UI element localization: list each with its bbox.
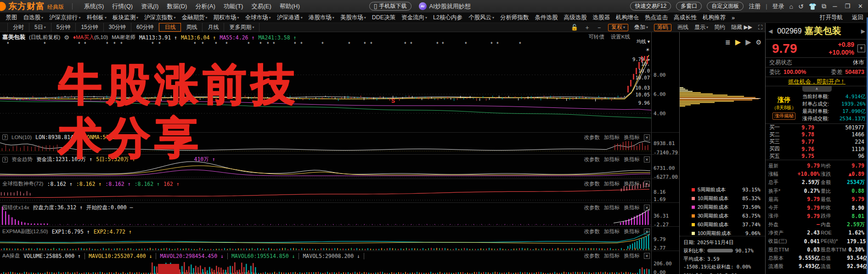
close-icon[interactable]: ✕ [644,157,650,162]
restore-button[interactable]: ❐ [843,3,851,10]
fullscreen-icon[interactable]: ⛶ [758,24,762,31]
zoom-out-button[interactable]: － [596,23,602,32]
menu-帮助[interactable]: 帮助(H) [276,3,304,10]
add-indicator-button[interactable]: 加指标 [604,228,620,235]
undo-icon[interactable]: ↺ [798,3,804,10]
add-indicator-button[interactable]: 加指标 [604,156,620,163]
nav-item-沪深京排[interactable]: 沪深京排行▾ [46,14,84,22]
close-button[interactable]: ✕ [857,3,864,10]
period-30分钟[interactable]: 30分钟 [104,23,131,32]
nav-item-高成长性[interactable]: 高成长性 [671,14,700,22]
cascade-windows-icon[interactable]: ⧉ [822,2,826,10]
add-indicator-button[interactable]: 加指标 [604,134,620,141]
play-forward-icon[interactable]: ▶ [735,38,741,46]
collapse-tab[interactable]: ∧ [766,86,868,92]
lock-icon[interactable]: 🔓 [571,24,578,31]
period-5日[interactable]: 5日▾ [29,23,51,32]
nav-item-自选股[interactable]: 自选股▾ [20,14,46,22]
gear-icon[interactable]: ⚙ [755,39,761,46]
period-60分钟[interactable]: 60分钟 [131,23,159,32]
edit-params-button[interactable]: 改参数 [584,180,600,187]
menu-功能[interactable]: 功能(T) [220,3,248,10]
menu-交易[interactable]: 交易(E) [247,3,275,10]
period-周线[interactable]: 周线 [181,23,203,32]
add-indicator-button[interactable]: 加指标 [604,180,620,187]
edit-params-button[interactable]: 改参数 [584,252,600,259]
plot-area[interactable]: 园猎伏x14x控盘力度:36.312 ↑开始控盘:0.000 —改参数加指标换指… [0,203,651,226]
zoom-in-button[interactable]: ＋ [584,23,590,32]
ai-promo[interactable]: AI AI炒股就用妙想 [419,2,471,11]
nav-item-全球市场[interactable]: 全球市场▾ [242,14,274,22]
nav-item-资金流向[interactable]: 资金流向▾ [399,14,430,22]
menu-资讯[interactable]: 资讯(I) [137,3,163,10]
home-icon[interactable]: ⌂ [789,3,793,10]
swap-indicator-button[interactable]: 换指标 [624,228,640,235]
menu-分析[interactable]: 分析(A) [191,3,219,10]
control-画线[interactable]: 画线 [677,23,688,31]
nav-item-板块监测[interactable]: 板块监测▾ [110,14,141,22]
plot-area[interactable]: AA操盘VOLUME:25885.000 ↑MAVOL10:255207.400… [0,251,651,274]
nav-item-机构增仓[interactable]: 机构增仓 [613,14,642,22]
plot-area[interactable]: EXPMA副图(12,50)EXP1:6.795 ↑EXP2:4.772 ↑改参… [0,227,651,251]
close-icon[interactable]: ✕ [644,205,650,211]
nav-item-沪深京指[interactable]: 沪深京指数▾ [141,14,179,22]
nav-item-金融期货[interactable]: 金融期货▾ [179,14,210,22]
swap-indicator-button[interactable]: 换指标 [624,204,640,211]
custom-panel-button[interactable]: 自定义面板 [707,2,744,11]
back-button[interactable]: 返回 [847,14,868,22]
control-显示[interactable]: 显示▾ [694,23,708,31]
kline-settings-gear-icon[interactable]: ⚙ [64,34,69,41]
close-icon[interactable]: ✕ [644,253,650,259]
edit-params-button[interactable]: 改参数 [584,134,600,141]
link-设置K线[interactable]: 设置K线 [611,34,630,40]
period-15分钟[interactable]: 15分钟 [76,23,103,32]
nav-item-港股市场[interactable]: 港股市场▾ [305,14,337,22]
period-月线[interactable]: 月线 [203,23,224,32]
swap-indicator-button[interactable]: 换指标 [624,252,640,259]
nav-item-条件选股[interactable]: 条件选股 [532,14,561,22]
menu-数据[interactable]: 数据(D) [163,3,191,10]
edit-params-button[interactable]: 改参数 [584,228,600,235]
period-更多周期[interactable]: 更多周期▾ [224,23,259,32]
add-indicator-button[interactable]: 加指标 [604,204,620,211]
login-link[interactable]: 登录 [772,2,784,11]
nav-item-沪深港通[interactable]: 沪深港通▾ [274,14,305,22]
close-icon[interactable]: ✕ [644,229,650,235]
period-5分钟[interactable]: 5分钟 [51,23,76,32]
menu-行情[interactable]: 行情(Q) [108,3,137,10]
control-筹码[interactable]: 筹码 [654,24,671,31]
control-简约[interactable]: 简约 [714,23,725,31]
brightness-icon[interactable]: ☀ [646,47,650,52]
plot-area[interactable]: *******************************S嘉美包装(日线,… [0,32,651,132]
play-icon[interactable]: ▶ [745,38,751,46]
plot-area[interactable]: ?LON(10)LON:8938.814 ↑LONMA:57.510 ↑改参数加… [0,133,651,154]
close-icon[interactable]: ✕ [644,134,650,140]
nav-item-L2核心[interactable]: L2核心内参 [430,14,466,22]
prev-stock-button[interactable]: ◀ [768,28,772,34]
nav-item-热点追击[interactable]: 热点追击 [642,14,671,22]
plot-area[interactable]: ?资金趋势资金流:1231.105万 ↑5日:5.320万 ↑410万 ↑改参数… [0,155,651,179]
link-可转债[interactable]: 可转债 [588,34,604,40]
nav-item-美股市场[interactable]: 美股市场▾ [337,14,369,22]
nav-item-高级选股[interactable]: 高级选股 [561,14,590,22]
register-link[interactable]: 注册 [749,2,761,11]
period-日线[interactable]: 日线 [159,23,181,32]
add-indicator-button[interactable]: 加指标 [604,252,620,259]
list-icon[interactable]: ≣ [725,39,731,46]
nav-item-机构推荐[interactable]: 机构推荐 [700,14,729,22]
nav-item-期权市场[interactable]: 期权市场▾ [210,14,242,22]
mobile-download-button[interactable]: ▯手机版下载 [369,2,411,11]
minimize-button[interactable]: ─ [831,3,838,10]
ma-selector-dropdown[interactable]: 均线 ▾ [637,39,650,45]
open-navigation-button[interactable]: 打开导航 [815,14,847,22]
control-隐藏[interactable]: 隐藏 ▶▶ [731,23,752,31]
edit-params-button[interactable]: 改参数 [584,204,600,211]
nav-item-景图[interactable]: 景图 [3,14,20,22]
open-account-banner[interactable]: 抓住机会，即刻开户！ [766,77,868,86]
swap-indicator-button[interactable]: 换指标 [624,134,640,141]
control-叠加[interactable]: 叠加▾ [634,23,648,31]
help-icon[interactable]: ? [2,157,8,162]
close-icon[interactable]: ✕ [644,181,650,187]
limit-up-reveal-button[interactable]: 涨停揭秘 [772,112,795,120]
next-stock-button[interactable]: ▶ [861,28,865,34]
